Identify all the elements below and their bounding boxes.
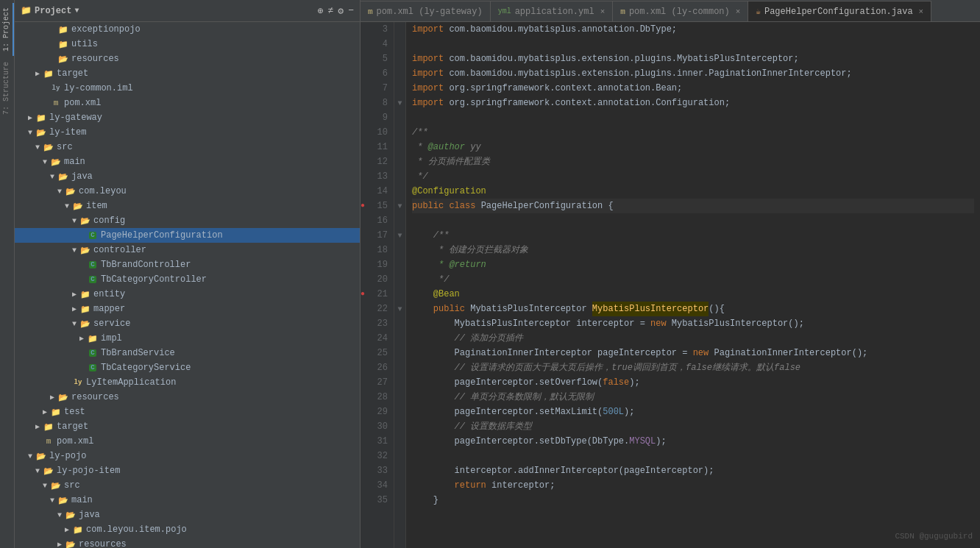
bg-35 (361, 493, 368, 508)
diff-icon[interactable]: ≠ (328, 5, 334, 17)
tree-arrow: ▼ (47, 497, 57, 505)
tab-label: PageHelperConfiguration.java (764, 7, 913, 17)
fg-30 (394, 419, 405, 434)
tab-application-yml[interactable]: yml application.yml × (491, 1, 614, 21)
ln-20: 20 (374, 272, 388, 287)
tree-item-tbbrand-service[interactable]: C TbBrandService (15, 346, 360, 360)
tree-item-exception-pojo[interactable]: 📁 exceptionpojo (15, 22, 360, 37)
tree-container[interactable]: 📁 exceptionpojo 📁 utils 📂 resources ▶ 📁 … (15, 22, 360, 548)
tree-arrow: ▼ (54, 511, 65, 519)
fg-32 (394, 449, 405, 463)
fg-33 (394, 463, 405, 478)
code-line-18: * 创建分页拦截器对象 (412, 243, 974, 257)
tree-label: TbBrandController (101, 260, 191, 270)
tab-close[interactable]: × (736, 7, 741, 16)
tree-label: TbCategoryController (101, 274, 207, 285)
tree-item-service[interactable]: ▼ 📂 service (15, 316, 360, 331)
tree-label: src (57, 142, 73, 152)
tree-item-main-pojo[interactable]: ▼ 📂 main (15, 493, 360, 508)
vtab-structure[interactable]: 7: Structure (0, 57, 14, 119)
bg-6 (361, 66, 368, 81)
tab-pom-common[interactable]: m pom.xml (ly-common) × (613, 1, 748, 21)
sync-icon[interactable]: ⊕ (318, 5, 324, 17)
tree-label: main (64, 157, 85, 167)
tree-item-controller[interactable]: ▼ 📂 controller (15, 243, 360, 257)
tree-item-tbbrand-controller[interactable]: C TbBrandController (15, 257, 360, 272)
tree-label: PageHelperConfiguration (101, 230, 223, 241)
fg-14 (394, 184, 405, 199)
tree-item-utils[interactable]: 📁 utils (15, 37, 360, 51)
tree-item-pagehelper-config[interactable]: C PageHelperConfiguration (15, 228, 360, 243)
tree-label: TbBrandService (101, 348, 175, 358)
tree-item-ly-gateway[interactable]: ▶ 📁 ly-gateway (15, 110, 360, 125)
tree-item-target1[interactable]: ▶ 📁 target (15, 66, 360, 81)
tree-arrow: ▼ (32, 143, 43, 152)
fg-13 (394, 169, 405, 184)
tree-item-config[interactable]: ▼ 📂 config (15, 213, 360, 228)
tree-item-resources1[interactable]: 📂 resources (15, 51, 360, 66)
tree-item-main[interactable]: ▼ 📂 main (15, 154, 360, 169)
code-line-20: */ (412, 272, 974, 287)
tree-arrow: ▼ (25, 452, 35, 460)
java-class-icon: C (87, 363, 99, 373)
tree-label: mapper (93, 304, 125, 314)
code-line-7: import org.springframework.context.annot… (412, 81, 974, 96)
tree-item-tbcategory-controller[interactable]: C TbCategoryController (15, 272, 360, 287)
tab-close[interactable]: × (600, 7, 606, 16)
folder-icon: 📂 (50, 480, 62, 491)
folder-icon: 📂 (57, 392, 69, 402)
tree-item-com-leyou[interactable]: ▼ 📂 com.leyou (15, 184, 360, 199)
tab-pagehelper-java[interactable]: ☕ PageHelperConfiguration.java × (748, 1, 931, 21)
ln-31: 31 (374, 434, 388, 449)
tab-m-icon: m (368, 7, 373, 16)
code-line-12: * 分页插件配置类 (412, 154, 974, 169)
tree-arrow: ▶ (69, 290, 79, 299)
tree-item-test[interactable]: ▶ 📁 test (15, 405, 360, 419)
tree-label: resources (79, 539, 127, 548)
ln-17: 17 (374, 228, 388, 243)
tree-item-item[interactable]: ▼ 📂 item (15, 199, 360, 213)
folder-icon: 📁 (57, 39, 69, 49)
settings-icon[interactable]: ⚙ (338, 5, 344, 17)
tree-item-tbcategory-service[interactable]: C TbCategoryService (15, 360, 360, 375)
code-line-24: // 添加分页插件 (412, 331, 974, 346)
tree-item-pom-item[interactable]: m pom.xml (15, 434, 360, 449)
tree-item-mapper[interactable]: ▶ 📁 mapper (15, 302, 360, 316)
fg-26 (394, 360, 405, 375)
code-editor[interactable]: import com.baomidou.mybatisplus.annotati… (406, 22, 980, 548)
tab-pom-gateway[interactable]: m pom.xml (ly-gateway) (361, 1, 491, 21)
ln-33: 33 (374, 463, 388, 478)
tree-item-java[interactable]: ▼ 📂 java (15, 169, 360, 184)
tree-item-java-pojo[interactable]: ▼ 📂 java (15, 508, 360, 522)
tree-item-ly-common-iml[interactable]: ly ly-common.iml (15, 81, 360, 96)
ln-22: 22 (374, 302, 388, 316)
fg-24 (394, 331, 405, 346)
ln-6: 6 (374, 66, 388, 81)
code-line-31: pageInterceptor.setDbType(DbType.MYSQL); (412, 434, 974, 449)
minimize-icon[interactable]: − (348, 5, 354, 17)
tab-label: pom.xml (ly-common) (629, 7, 730, 17)
fg-29 (394, 405, 405, 419)
tree-item-com-leyou-item-pojo[interactable]: ▶ 📁 com.leyou.item.pojo (15, 522, 360, 537)
tree-item-ly-pojo[interactable]: ▼ 📂 ly-pojo (15, 449, 360, 463)
tree-item-ly-item[interactable]: ▼ 📂 ly-item (15, 125, 360, 140)
tree-item-entity[interactable]: ▶ 📁 entity (15, 287, 360, 302)
tree-item-impl[interactable]: ▶ 📁 impl (15, 331, 360, 346)
code-line-25: PaginationInnerInterceptor pageIntercept… (412, 346, 974, 360)
tree-item-resources-pojo[interactable]: ▶ 📂 resources (15, 537, 360, 548)
tree-item-src[interactable]: ▼ 📂 src (15, 140, 360, 154)
editor-area: m pom.xml (ly-gateway) yml application.y… (361, 0, 980, 548)
panel-title-arrow: ▼ (74, 7, 79, 15)
vtab-project[interactable]: 1: Project (0, 3, 14, 56)
tree-item-lyitem-application[interactable]: ly LyItemApplication (15, 375, 360, 390)
tree-item-pom-common[interactable]: m pom.xml (15, 96, 360, 110)
tab-close[interactable]: × (919, 7, 924, 16)
fg-12 (394, 154, 405, 169)
tree-item-target2[interactable]: ▶ 📁 target (15, 419, 360, 434)
tree-item-ly-pojo-item[interactable]: ▼ 📂 ly-pojo-item (15, 463, 360, 478)
tree-label: controller (93, 245, 146, 255)
tree-arrow: ▼ (69, 217, 79, 225)
tree-item-resources2[interactable]: ▶ 📂 resources (15, 390, 360, 405)
tree-item-src-pojo[interactable]: ▼ 📂 src (15, 478, 360, 493)
code-line-3: import com.baomidou.mybatisplus.annotati… (412, 22, 974, 37)
